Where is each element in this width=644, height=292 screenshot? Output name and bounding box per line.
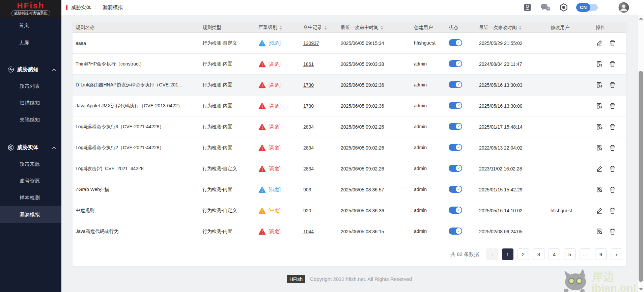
delete-icon[interactable] xyxy=(609,102,616,109)
table-row[interactable]: ThinkPHP命令执行（construct） 行为检测-内置 [高危] 186… xyxy=(73,54,626,75)
hit-count-link[interactable]: 1730 xyxy=(303,103,314,109)
sidebar-item-attack-list[interactable]: 攻击列表 xyxy=(0,78,61,95)
view-detail-icon[interactable] xyxy=(596,60,603,68)
delete-icon[interactable] xyxy=(609,228,616,235)
avatar[interactable] xyxy=(618,2,629,13)
hit-count-link[interactable]: 1044 xyxy=(303,229,314,234)
status-toggle[interactable] xyxy=(449,123,462,130)
sort-icon[interactable] xyxy=(324,26,327,30)
page-button-3[interactable]: 3 xyxy=(533,248,544,260)
table-row[interactable]: aaaa 行为检测-自定义 [低危] 130937 2025/06/05 09:… xyxy=(73,33,626,54)
table-row[interactable]: Java高危代码或行为 行为检测-内置 [高危] 1044 2025/06/05… xyxy=(73,221,626,242)
status-toggle[interactable] xyxy=(449,186,462,193)
status-toggle[interactable] xyxy=(449,102,462,109)
column-header-modifier: 修改用户 xyxy=(551,25,596,31)
hit-count-link[interactable]: 2834 xyxy=(303,145,314,151)
table-row[interactable]: Java Applet JMX远程代码执行（CVE-2013-0422） 行为检… xyxy=(73,96,626,116)
column-header-hits[interactable]: 命中记录 xyxy=(303,25,341,31)
breadcrumb-item-threat-entity[interactable]: 威胁实体 xyxy=(71,4,91,11)
sidebar-item-bigscreen[interactable]: 大屏 xyxy=(0,35,61,50)
page-button-9[interactable]: 9 xyxy=(595,248,607,260)
rule-type: 行为检测-自定义 xyxy=(202,166,237,171)
table-row[interactable]: ZGrab Web扫描 行为检测-内置 [低危] 903 2025/06/05 … xyxy=(73,179,626,200)
breadcrumb-item-vulnerability-simulation[interactable]: 漏洞模拟 xyxy=(103,4,123,11)
page-button-5[interactable]: 5 xyxy=(564,248,576,260)
page-button-4[interactable]: 4 xyxy=(549,248,560,260)
sidebar-group-threat-entity[interactable]: 威胁实体 xyxy=(0,139,61,156)
sidebar-item-account-resource[interactable]: 账号资源 xyxy=(0,172,61,189)
sort-icon[interactable] xyxy=(381,26,383,30)
page-button-2[interactable]: 2 xyxy=(517,248,529,260)
hit-count-link[interactable]: 1730 xyxy=(303,82,314,88)
status-toggle[interactable] xyxy=(449,39,462,46)
sort-icon[interactable] xyxy=(279,26,282,30)
table-row[interactable]: Log4j攻击(2)_CVE_2021_44228 行为检测-自定义 [高危] … xyxy=(73,158,626,179)
scroll-down-arrow[interactable] xyxy=(639,288,643,290)
delete-icon[interactable] xyxy=(609,123,616,130)
sidebar-item-label: 扫描感知 xyxy=(20,100,40,106)
hit-count-link[interactable]: 920 xyxy=(303,208,311,213)
severity-warning-icon xyxy=(258,61,266,68)
status-toggle[interactable] xyxy=(449,228,462,235)
edit-icon[interactable] xyxy=(596,165,603,172)
language-toggle[interactable]: CN xyxy=(577,4,598,11)
delete-icon[interactable] xyxy=(609,81,616,88)
last-modified-time: 2025/05/16 14:10:02 xyxy=(479,208,522,213)
edit-icon[interactable] xyxy=(596,207,603,214)
severity-label: [高危] xyxy=(269,61,281,67)
delete-icon[interactable] xyxy=(609,207,616,214)
scroll-up-arrow[interactable] xyxy=(639,17,643,20)
previous-page-button[interactable]: ‹ xyxy=(486,248,498,260)
column-header-last-modified-time[interactable]: 最近一次修改时间 xyxy=(479,25,551,31)
sidebar-item-vulnerability-simulation[interactable]: 漏洞模拟 xyxy=(0,206,61,223)
delete-icon[interactable] xyxy=(609,39,616,47)
hit-count-link[interactable]: 2834 xyxy=(303,166,314,171)
hit-count-link[interactable]: 1861 xyxy=(303,61,314,67)
table-row[interactable]: Log4j远程命令执行2（CVE-2021-44228） 行为检测-内置 [高危… xyxy=(73,137,626,158)
hit-count-link[interactable]: 903 xyxy=(303,187,311,192)
table-row[interactable]: Log4j远程命令执行3（CVE-2021-44228） 行为检测-内置 [高危… xyxy=(73,116,626,137)
rule-name: ZGrab Web扫描 xyxy=(76,187,109,192)
sidebar-item-home[interactable]: 首页 xyxy=(0,18,61,33)
next-page-button[interactable]: › xyxy=(611,248,622,260)
delete-icon[interactable] xyxy=(609,165,616,172)
column-header-severity[interactable]: 严重级别 xyxy=(258,25,303,31)
last-modified-time: 2022/08/13 22:04:02 xyxy=(479,145,522,151)
sidebar-group-threat-perception[interactable]: 威胁感知 xyxy=(0,61,61,78)
sort-icon[interactable] xyxy=(519,26,522,30)
view-detail-icon[interactable] xyxy=(596,228,603,235)
sidebar-item-compromise-perception[interactable]: 失陷感知 xyxy=(0,111,61,128)
table-row[interactable]: 中危规则 行为检测-自定义 [中危] 920 2025/06/05 08:36:… xyxy=(73,200,626,221)
hit-count-link[interactable]: 2834 xyxy=(303,124,314,130)
status-toggle[interactable] xyxy=(449,60,462,67)
sidebar-item-sample-detection[interactable]: 样本检测 xyxy=(0,189,61,206)
sidebar-item-attack-source[interactable]: 攻击来源 xyxy=(0,156,61,172)
view-detail-icon[interactable] xyxy=(596,81,603,88)
column-header-last-hit-time[interactable]: 最近一次命中时间 xyxy=(341,25,414,31)
delete-icon[interactable] xyxy=(609,186,616,193)
shield-hexagon-icon[interactable] xyxy=(559,3,568,12)
scrollbar[interactable] xyxy=(637,15,644,292)
status-toggle[interactable] xyxy=(449,165,462,172)
sidebar-item-label: 大屏 xyxy=(19,40,29,46)
view-detail-icon[interactable] xyxy=(596,144,603,151)
view-detail-icon[interactable] xyxy=(596,123,603,130)
view-detail-icon[interactable] xyxy=(596,186,603,193)
modifier: hfishguest xyxy=(551,208,572,213)
scrollbar-thumb[interactable] xyxy=(639,71,643,282)
manual-icon[interactable] xyxy=(523,3,532,12)
status-toggle[interactable] xyxy=(449,144,462,151)
hit-count-link[interactable]: 130937 xyxy=(303,41,319,46)
sidebar-item-label: 漏洞模拟 xyxy=(20,212,40,217)
delete-icon[interactable] xyxy=(609,144,616,151)
edit-icon[interactable] xyxy=(596,39,603,47)
delete-icon[interactable] xyxy=(609,60,616,68)
view-detail-icon[interactable] xyxy=(596,102,603,109)
status-toggle[interactable] xyxy=(449,207,462,214)
page-button-1[interactable]: 1 xyxy=(502,248,513,260)
sidebar-item-scan-perception[interactable]: 扫描感知 xyxy=(0,95,61,111)
status-toggle[interactable] xyxy=(449,81,462,88)
wechat-icon[interactable] xyxy=(540,3,551,12)
page-ellipsis-button[interactable]: ... xyxy=(580,248,591,260)
table-row[interactable]: D-Link路由器HNAP协议远程命令执行（CVE-201... 行为检测-内置… xyxy=(73,75,626,96)
